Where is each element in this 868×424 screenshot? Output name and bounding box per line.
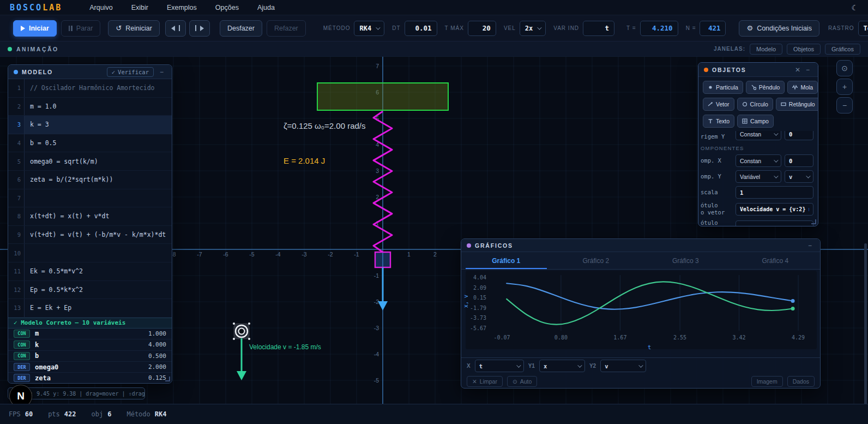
tab-grafico-3[interactable]: Gráfico 3	[641, 252, 731, 269]
code-line[interactable]: 7	[8, 189, 172, 208]
menu-item-ajuda[interactable]: Ajuda	[257, 4, 275, 11]
imagem-button[interactable]: Imagem	[751, 376, 783, 387]
code-text	[25, 189, 172, 207]
axis-tick-label: -1	[374, 272, 379, 279]
origem-y-input[interactable]	[785, 131, 813, 140]
selection-handle[interactable]	[248, 323, 250, 325]
variable-row[interactable]: DERomega02.000	[8, 362, 172, 373]
zoom-out-button[interactable]: −	[836, 97, 853, 114]
menu-item-exemplos[interactable]: Exemplos	[167, 4, 197, 11]
iniciar-button[interactable]: Iniciar	[13, 20, 57, 37]
code-line[interactable]: 9v(t+dt) = v(t) + (-b/m*v - k/m*x)*dt	[8, 226, 172, 244]
menu-item-opções[interactable]: Opções	[215, 4, 239, 11]
add-campo-button[interactable]: Campo	[737, 115, 774, 128]
obj-label: obj	[92, 410, 104, 418]
escala-input[interactable]	[736, 186, 813, 199]
add-retângulo-button[interactable]: Retângulo	[776, 98, 818, 111]
code-line[interactable]: 4b = 0.5	[8, 134, 172, 153]
parar-button[interactable]: Parar	[61, 20, 101, 37]
add-texto-button[interactable]: Texto	[703, 115, 734, 128]
verificar-button[interactable]: ✓ Verificar	[107, 67, 154, 77]
desfazer-button[interactable]: Desfazer	[220, 20, 262, 37]
code-line[interactable]: 2m = 1.0	[8, 98, 172, 116]
chevron-down-icon	[774, 131, 778, 135]
selection-handle[interactable]	[233, 323, 235, 325]
comp-y-type-select[interactable]: Variável	[736, 170, 781, 183]
minimize-icon[interactable]: −	[803, 66, 812, 74]
add-vetor-button[interactable]: Vetor	[703, 98, 734, 111]
tab-grafico-2[interactable]: Gráfico 2	[551, 252, 641, 269]
menu-item-exibir[interactable]: Exibir	[131, 4, 148, 11]
close-icon[interactable]: ✕	[792, 66, 803, 74]
rastro-select[interactable]: Temporário	[858, 21, 868, 36]
moon-icon[interactable]: ☾	[851, 3, 858, 12]
metodo-select[interactable]: RK4	[354, 21, 384, 36]
janelas-button-modelo[interactable]: Modelo	[750, 44, 782, 55]
resize-handle[interactable]	[165, 377, 170, 381]
code-line[interactable]: 13E = Ek + Ep	[8, 299, 172, 318]
tab-grafico-1[interactable]: Gráfico 1	[461, 252, 551, 269]
step-forward-button[interactable]	[189, 20, 210, 37]
varind-input[interactable]	[583, 21, 614, 36]
limpar-button[interactable]: ✕Limpar	[467, 376, 503, 387]
janelas-button-objetos[interactable]: Objetos	[787, 44, 821, 55]
comp-y-var-select[interactable]: v	[785, 170, 813, 183]
refazer-button[interactable]: Refazer	[267, 20, 306, 37]
minimize-icon[interactable]: −	[805, 242, 815, 249]
objetos-panel-header[interactable]: OBJETOS ✕ −	[698, 63, 818, 77]
auto-button[interactable]: ⊙Auto	[507, 376, 537, 387]
comp-x-select[interactable]: Constan	[736, 154, 781, 167]
y2-select[interactable]: v	[600, 360, 646, 372]
step-back-icon	[171, 26, 175, 31]
scrollbar[interactable]	[864, 243, 867, 421]
tab-grafico-4[interactable]: Gráfico 4	[731, 252, 821, 269]
axis-tick-label: -6	[223, 251, 228, 258]
selection-handle[interactable]	[233, 338, 235, 340]
code-editor[interactable]: 1// Oscilador Harmônico Amortecido2m = 1…	[8, 79, 172, 318]
variable-row[interactable]: CONk4.000	[8, 339, 172, 350]
dados-button[interactable]: Dados	[787, 376, 815, 387]
add-pêndulo-button[interactable]: Pêndulo	[746, 81, 785, 94]
y1-select[interactable]: x	[539, 360, 585, 372]
line-number: 8	[8, 207, 25, 225]
add-círculo-button[interactable]: Círculo	[737, 98, 773, 111]
resize-handle[interactable]	[811, 219, 816, 224]
code-line[interactable]: 1// Oscilador Harmônico Amortecido	[8, 79, 172, 98]
code-line[interactable]: 6zeta = b/(2*sqrt(m*k))	[8, 171, 172, 189]
modelo-panel-header[interactable]: MODELO ✓ Verificar −	[8, 65, 172, 79]
reset-icon: ↺	[116, 25, 122, 32]
particle-object[interactable]	[239, 329, 245, 335]
mass-square[interactable]	[375, 252, 390, 267]
axis-tick-label: 2	[376, 194, 379, 200]
variable-row[interactable]: DERzeta0.125	[8, 373, 172, 384]
dt-input[interactable]	[405, 21, 437, 36]
code-line[interactable]: 5omega0 = sqrt(k/m)	[8, 152, 172, 171]
janelas-button-gráficos[interactable]: Gráficos	[825, 44, 860, 55]
origem-y-select[interactable]: Constan	[736, 131, 781, 140]
minimize-icon[interactable]: −	[157, 68, 166, 76]
vel-select[interactable]: 2x	[520, 21, 546, 36]
selection-handle[interactable]	[248, 338, 250, 340]
menu-item-arquivo[interactable]: Arquivo	[89, 4, 112, 11]
add-mola-button[interactable]: Mola	[787, 81, 818, 94]
code-line[interactable]: 8x(t+dt) = x(t) + v*dt	[8, 207, 172, 226]
add-particula-button[interactable]: Particula	[703, 81, 743, 94]
reiniciar-button[interactable]: ↺ Reiniciar	[108, 20, 160, 37]
recenter-button[interactable]: ⊙	[836, 60, 853, 76]
graficos-panel-header[interactable]: GRÁFICOS −	[461, 239, 820, 252]
x-axis-select[interactable]: t	[475, 360, 524, 372]
variable-row[interactable]: CONb0.500	[8, 351, 172, 362]
code-line[interactable]: 11Ek = 0.5*m*v^2	[8, 262, 172, 281]
variable-row[interactable]: CONm1.000	[8, 329, 172, 339]
code-line[interactable]: 3k = 3	[8, 116, 172, 134]
rotulo-projx-input[interactable]	[736, 220, 813, 226]
zoom-in-button[interactable]: +	[836, 79, 853, 95]
condicoes-iniciais-button[interactable]: ⚙ Condições Iniciais	[739, 20, 819, 37]
rotulo-vetor-input[interactable]	[736, 203, 813, 216]
block-rectangle[interactable]	[317, 83, 448, 110]
tmax-input[interactable]	[468, 21, 496, 36]
comp-x-input[interactable]	[785, 154, 813, 167]
code-line[interactable]: 10	[8, 244, 172, 262]
step-back-button[interactable]	[165, 20, 186, 37]
code-line[interactable]: 12Ep = 0.5*k*x^2	[8, 281, 172, 300]
